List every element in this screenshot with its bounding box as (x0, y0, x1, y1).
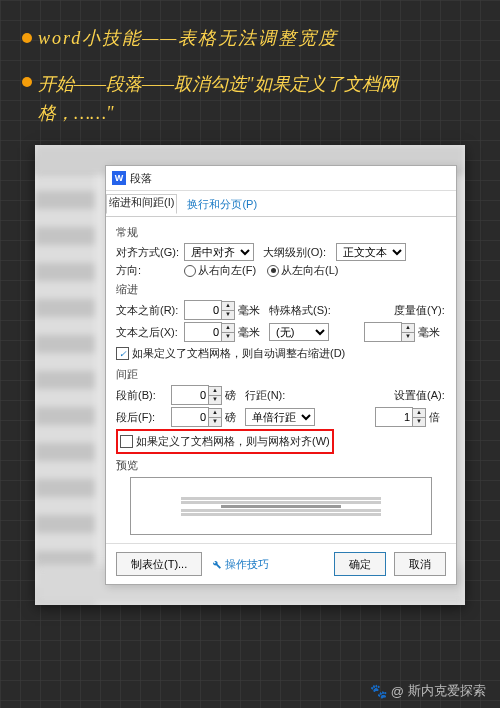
section-preview: 预览 (116, 458, 446, 473)
outline-select[interactable]: 正文文本 (336, 243, 406, 261)
indent-after-spinner[interactable]: ▲▼ (184, 322, 235, 342)
watermark: 🐾 @斯内克爱探索 (370, 682, 486, 700)
cancel-button[interactable]: 取消 (394, 552, 446, 576)
indent-before-spinner[interactable]: ▲▼ (184, 300, 235, 320)
direction-ltr-radio[interactable]: 从左向右(L) (267, 263, 338, 278)
outline-label: 大纲级别(O): (263, 245, 333, 260)
tips-link[interactable]: 操作技巧 (210, 557, 269, 572)
at-label: 设置值(A): (394, 388, 446, 403)
note-body: 开始——段落——取消勾选"如果定义了文档网格，……" (38, 70, 458, 128)
screenshot-container: W 段落 缩进和间距(I) 换行和分页(P) 常规 对齐方式(G): 居中对齐 … (35, 145, 465, 605)
line-spacing-select[interactable]: 单倍行距 (245, 408, 315, 426)
space-before-spinner[interactable]: ▲▼ (171, 385, 222, 405)
paragraph-dialog: W 段落 缩进和间距(I) 换行和分页(P) 常规 对齐方式(G): 居中对齐 … (105, 165, 457, 585)
measure-spinner[interactable]: ▲▼ (364, 322, 415, 342)
direction-label: 方向: (116, 263, 181, 278)
tab-pagination[interactable]: 换行和分页(P) (177, 193, 267, 216)
space-after-spinner[interactable]: ▲▼ (171, 407, 222, 427)
dialog-title-text: 段落 (130, 166, 152, 190)
tabs-button[interactable]: 制表位(T)... (116, 552, 202, 576)
tab-indent-spacing[interactable]: 缩进和间距(I) (106, 194, 177, 214)
word-icon: W (112, 171, 126, 185)
at-spinner[interactable]: ▲▼ (375, 407, 426, 427)
align-select[interactable]: 居中对齐 (184, 243, 254, 261)
paw-icon: 🐾 (370, 683, 387, 699)
direction-rtl-radio[interactable]: 从右向左(F) (184, 263, 256, 278)
section-indent: 缩进 (116, 282, 446, 297)
special-label: 特殊格式(S): (269, 303, 331, 318)
dialog-button-row: 制表位(T)... 操作技巧 确定 取消 (106, 543, 456, 584)
highlight-box: 如果定义了文档网格，则与网格对齐(W) (116, 429, 334, 454)
dialog-titlebar: W 段落 (106, 166, 456, 191)
line-spacing-label: 行距(N): (245, 388, 297, 403)
special-select[interactable]: (无) (269, 323, 329, 341)
indent-before-label: 文本之前(R): (116, 303, 181, 318)
indent-after-label: 文本之后(X): (116, 325, 181, 340)
section-spacing: 间距 (116, 367, 446, 382)
section-general: 常规 (116, 225, 446, 240)
wrench-icon (210, 558, 222, 570)
snap-to-grid-checkbox[interactable]: 如果定义了文档网格，则与网格对齐(W) (120, 434, 330, 449)
ok-button[interactable]: 确定 (334, 552, 386, 576)
measure-label: 度量值(Y): (394, 303, 446, 318)
auto-adjust-checkbox[interactable]: 如果定义了文档网格，则自动调整右缩进(D) (116, 346, 345, 361)
align-label: 对齐方式(G): (116, 245, 181, 260)
space-before-label: 段前(B): (116, 388, 168, 403)
tab-strip: 缩进和间距(I) 换行和分页(P) (106, 193, 456, 217)
note-title: word小技能——表格无法调整宽度 (38, 26, 338, 50)
space-after-label: 段后(F): (116, 410, 168, 425)
preview-panel (130, 477, 432, 535)
